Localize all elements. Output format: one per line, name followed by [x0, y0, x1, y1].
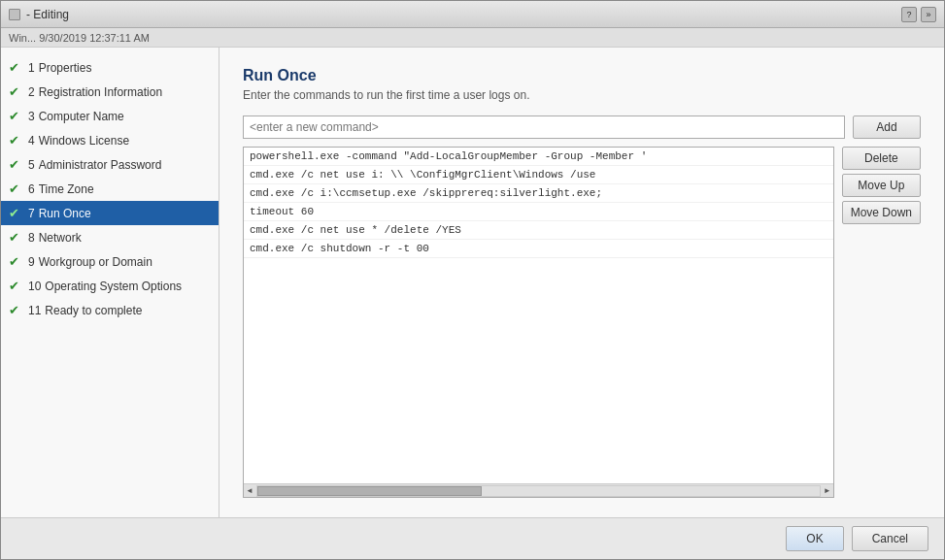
command-row[interactable]: cmd.exe /c net use i: \\ \ConfigMgrClien… — [244, 166, 833, 184]
item-number: 4 — [28, 134, 35, 148]
check-icon: ✔ — [9, 60, 22, 75]
sidebar-item-10[interactable]: ✔ 10 Operating System Options — [1, 274, 219, 298]
footer: OK Cancel — [1, 517, 944, 559]
check-icon: ✔ — [9, 230, 22, 245]
sidebar-item-8[interactable]: ✔ 8 Network — [1, 225, 219, 249]
item-label: Workgroup or Domain — [39, 255, 152, 269]
command-row[interactable]: cmd.exe /c net use * /delete /YES — [244, 221, 833, 240]
check-icon: ✔ — [9, 254, 22, 269]
item-label: Properties — [39, 61, 92, 75]
item-label: Windows License — [39, 134, 129, 148]
item-number: 9 — [28, 255, 35, 269]
content-area: ✔ 1 Properties ✔ 2 Registration Informat… — [1, 48, 944, 517]
commands-list-inner: powershell.exe -command "Add-LocalGroupM… — [244, 148, 833, 258]
item-label: Ready to complete — [45, 304, 142, 317]
main-dialog: - Editing ? » Win... 9/30/2019 12:37:11 … — [0, 0, 945, 560]
check-icon: ✔ — [9, 206, 22, 220]
title-bar-controls: ? » — [901, 7, 936, 22]
title-bar: - Editing ? » — [1, 1, 944, 28]
commands-area-wrapper: powershell.exe -command "Add-LocalGroupM… — [243, 147, 921, 498]
sidebar-item-4[interactable]: ✔ 4 Windows License — [1, 128, 219, 152]
item-number: 8 — [28, 231, 35, 245]
side-buttons: Delete Move Up Move Down — [842, 147, 921, 498]
commands-list[interactable]: powershell.exe -command "Add-LocalGroupM… — [244, 148, 833, 483]
top-info-text: Win... 9/30/2019 12:37:11 AM — [9, 32, 150, 44]
expand-button[interactable]: » — [921, 7, 936, 22]
cancel-button[interactable]: Cancel — [852, 526, 928, 551]
sidebar-item-5[interactable]: ✔ 5 Administrator Password — [1, 152, 219, 177]
scroll-track[interactable] — [256, 485, 821, 497]
item-label: Run Once — [39, 207, 91, 220]
item-number: 6 — [28, 182, 35, 196]
check-icon: ✔ — [9, 181, 22, 196]
help-button[interactable]: ? — [901, 7, 917, 22]
move-up-button[interactable]: Move Up — [842, 174, 921, 197]
item-label: Time Zone — [39, 182, 94, 196]
item-number: 3 — [28, 110, 35, 123]
sidebar-item-2[interactable]: ✔ 2 Registration Information — [1, 80, 219, 104]
check-icon: ✔ — [9, 84, 22, 99]
ok-button[interactable]: OK — [786, 526, 843, 551]
item-number: 7 — [28, 207, 35, 220]
commands-container: powershell.exe -command "Add-LocalGroupM… — [243, 147, 834, 498]
check-icon: ✔ — [9, 133, 22, 148]
check-icon: ✔ — [9, 279, 22, 293]
main-panel: Run Once Enter the commands to run the f… — [219, 48, 944, 517]
title-bar-text: - Editing — [26, 8, 69, 21]
sidebar-item-7[interactable]: ✔ 7 Run Once — [1, 201, 219, 225]
sidebar-item-6[interactable]: ✔ 6 Time Zone — [1, 177, 219, 201]
panel-title: Run Once — [243, 67, 921, 84]
check-icon: ✔ — [9, 303, 22, 317]
window-icon — [9, 9, 20, 20]
top-info-bar: Win... 9/30/2019 12:37:11 AM — [1, 28, 944, 48]
item-label: Registration Information — [39, 85, 162, 99]
command-row[interactable]: cmd.exe /c shutdown -r -t 00 — [244, 240, 833, 258]
item-label: Computer Name — [39, 110, 124, 123]
item-label: Operating System Options — [45, 280, 182, 293]
add-button[interactable]: Add — [853, 115, 921, 139]
item-number: 11 — [28, 304, 41, 317]
sidebar-item-1[interactable]: ✔ 1 Properties — [1, 55, 219, 80]
delete-button[interactable]: Delete — [842, 147, 921, 170]
command-input[interactable] — [243, 115, 845, 139]
check-icon: ✔ — [9, 157, 22, 172]
title-bar-left: - Editing — [9, 8, 69, 21]
horizontal-scrollbar[interactable]: ◄ ► — [244, 483, 833, 497]
scroll-right-arrow[interactable]: ► — [822, 486, 833, 495]
item-number: 5 — [28, 158, 35, 172]
sidebar-item-3[interactable]: ✔ 3 Computer Name — [1, 104, 219, 128]
move-down-button[interactable]: Move Down — [842, 201, 921, 224]
command-input-row: Add — [243, 115, 921, 139]
sidebar-item-9[interactable]: ✔ 9 Workgroup or Domain — [1, 249, 219, 274]
panel-subtitle: Enter the commands to run the first time… — [243, 88, 921, 102]
item-number: 10 — [28, 280, 41, 293]
command-row[interactable]: timeout 60 — [244, 203, 833, 221]
scroll-thumb[interactable] — [257, 486, 483, 496]
command-row[interactable]: cmd.exe /c i:\ccmsetup.exe /skipprereq:s… — [244, 184, 833, 203]
item-number: 2 — [28, 85, 35, 99]
check-icon: ✔ — [9, 109, 22, 123]
command-row[interactable]: powershell.exe -command "Add-LocalGroupM… — [244, 148, 833, 166]
item-label: Network — [39, 231, 82, 245]
item-label: Administrator Password — [39, 158, 162, 172]
sidebar: ✔ 1 Properties ✔ 2 Registration Informat… — [1, 48, 219, 517]
sidebar-item-11[interactable]: ✔ 11 Ready to complete — [1, 298, 219, 322]
item-number: 1 — [28, 61, 35, 75]
scroll-left-arrow[interactable]: ◄ — [244, 486, 255, 495]
